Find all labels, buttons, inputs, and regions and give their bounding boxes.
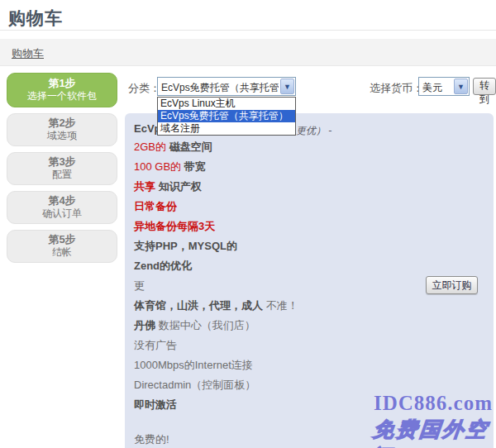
step-number: 第5步 (7, 233, 117, 246)
feature-segment: 数据中心（我们店） (159, 319, 255, 331)
free-note: 免费的! (134, 432, 169, 447)
step-label: 配置 (7, 169, 117, 181)
step-item-5[interactable]: 第5步 结帐 (7, 230, 117, 263)
feature-line: 支持PHP，MYSQL的 (134, 236, 485, 256)
chevron-down-icon: ▼ (454, 79, 468, 94)
feature-line: 1000Mbps的Internet连接 (134, 355, 485, 375)
dropdown-option[interactable]: EcVps Linux主机 (158, 98, 295, 110)
feature-line: 异地备份每隔3天 (134, 217, 485, 236)
watermark-site: IDC886.com (374, 392, 493, 415)
title-divider (0, 30, 496, 31)
currency-label: 选择货币： (370, 81, 423, 96)
feature-segment: 带宽 (184, 160, 206, 173)
step-number: 第4步 (7, 194, 117, 207)
feature-segment: 2GB的 (134, 141, 169, 153)
feature-segment: 1000Mbps的Internet连接 (134, 359, 253, 371)
category-select-value: EcVps免费托管（共享托管） (161, 81, 279, 95)
feature-segment: 没有广告 (134, 339, 177, 351)
step-item-3[interactable]: 第3步 配置 (7, 152, 117, 185)
step-item-2[interactable]: 第2步 域选项 (7, 113, 117, 146)
chevron-down-icon: ▼ (280, 79, 294, 94)
feature-segment: 体育馆，山洪，代理，成人 (134, 299, 266, 312)
feature-line: 丹佛 数据中心（我们店） (134, 316, 485, 336)
feature-segment: 支持PHP，MYSQL的 (134, 240, 237, 252)
category-select[interactable]: EcVps免费托管（共享托管） ▼ (157, 77, 296, 96)
feature-line: 日常备份 (134, 197, 485, 217)
watermark-slogan: 免费国外空间 (370, 416, 496, 448)
step-number: 第1步 (7, 77, 117, 90)
step-item-4[interactable]: 第4步 确认订单 (7, 191, 117, 224)
step-item-1[interactable]: 第1步 选择一个软件包 (7, 73, 117, 107)
feature-segment: 不准！ (266, 299, 298, 312)
feature-line: 没有广告 (134, 336, 485, 355)
order-now-button[interactable]: 立即订购 (426, 276, 478, 294)
feature-segment: 知识产权 (159, 180, 202, 193)
breadcrumb-link-cart[interactable]: 购物车 (12, 46, 44, 61)
feature-segment: 更 (134, 279, 145, 292)
feature-segment: 日常备份 (134, 200, 177, 212)
feature-line: Zend的优化 (134, 256, 485, 276)
shopping-cart-page: 购物车 购物车 第1步 选择一个软件包 第2步 域选项 第3步 配置 第4步 确… (0, 0, 496, 448)
go-button[interactable]: 转到 (473, 78, 496, 95)
feature-line: 共享 知识产权 (134, 177, 485, 197)
step-label: 选择一个软件包 (7, 90, 117, 102)
currency-select-value: 美元 (422, 81, 452, 95)
page-title: 购物车 (8, 7, 63, 30)
step-label: 域选项 (7, 130, 117, 142)
feature-segment: 即时激活 (134, 398, 177, 411)
dropdown-option-selected[interactable]: EcVps免费托管（共享托管） (158, 110, 295, 122)
feature-segment: 丹佛 (134, 319, 159, 331)
feature-line: 体育馆，山洪，代理，成人 不准！ (134, 296, 485, 316)
feature-segment: Zend的优化 (134, 260, 192, 272)
breadcrumb: 购物车 (0, 39, 496, 66)
feature-segment: 异地备份每隔3天 (134, 220, 215, 232)
feature-segment: 磁盘空间 (169, 141, 212, 153)
step-label: 确认订单 (7, 207, 117, 220)
category-label: 分类： (128, 81, 160, 96)
step-number: 第2步 (7, 117, 117, 130)
step-label: 结帐 (7, 246, 117, 259)
dropdown-option[interactable]: 域名注册 (158, 122, 295, 135)
category-dropdown-list: EcVps Linux主机 EcVps免费托管（共享托管） 域名注册 (157, 97, 296, 136)
currency-select[interactable]: 美元 ▼ (418, 77, 470, 96)
feature-segment: 100 GB的 (134, 160, 184, 173)
feature-segment: 共享 (134, 180, 159, 193)
order-steps-sidebar: 第1步 选择一个软件包 第2步 域选项 第3步 配置 第4步 确认订单 第5步 … (7, 73, 117, 269)
feature-line: 2GB的 磁盘空间 (134, 137, 485, 157)
step-number: 第3步 (7, 155, 117, 169)
feature-segment: Directadmin（控制面板） (134, 379, 255, 391)
feature-line: 100 GB的 带宽 (134, 157, 485, 177)
product-heading-right: 更优） - (296, 124, 331, 138)
